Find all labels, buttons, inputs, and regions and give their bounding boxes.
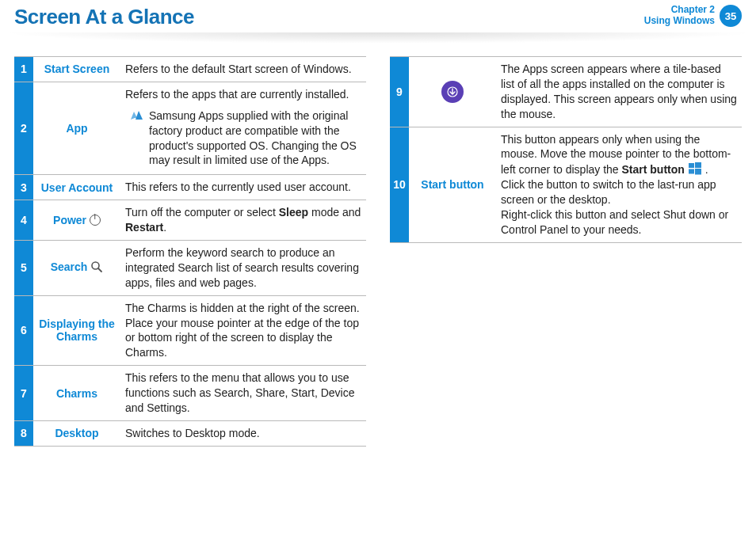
row-description: This button appears only when using the … <box>496 127 742 242</box>
table-row: 2AppRefers to the apps that are currentl… <box>14 82 366 174</box>
row-number: 8 <box>14 420 33 446</box>
row-description: The Apps screen appears where a tile-bas… <box>496 57 742 127</box>
table-row: 8DesktopSwitches to Desktop mode. <box>14 420 366 446</box>
chapter-block: Chapter 2 Using Windows 35 <box>644 5 742 27</box>
row-label: User Account <box>33 175 120 200</box>
row-label: Power <box>33 200 120 241</box>
row-label: Displaying the Charms <box>33 295 120 366</box>
row-number: 10 <box>390 127 409 242</box>
row-label: Start Screen <box>33 57 120 82</box>
table-row: 9The Apps screen appears where a tile-ba… <box>390 57 742 127</box>
right-column: 9The Apps screen appears where a tile-ba… <box>390 56 742 447</box>
row-label: App <box>33 82 120 174</box>
note-text: Samsung Apps supplied with the original … <box>149 108 361 169</box>
row-description: Turn off the computer or select Sleep mo… <box>120 200 366 241</box>
table-row: 5Search Perform the keyword search to pr… <box>14 241 366 296</box>
svg-rect-3 <box>689 163 694 168</box>
table-row: 6Displaying the CharmsThe Charms is hidd… <box>14 295 366 366</box>
row-label: Search <box>33 241 120 296</box>
row-description: Refers to the apps that are currently in… <box>120 82 366 174</box>
row-label <box>409 57 496 127</box>
row-number: 7 <box>14 366 33 421</box>
row-number: 4 <box>14 200 33 241</box>
content-area: 1Start ScreenRefers to the default Start… <box>0 36 756 447</box>
row-label: Charms <box>33 366 120 421</box>
page-header: Screen At a Glance Chapter 2 Using Windo… <box>0 0 756 36</box>
header-shadow <box>0 32 756 44</box>
table-row: 7CharmsThis refers to the menu that allo… <box>14 366 366 421</box>
page-number-badge: 35 <box>720 5 742 27</box>
svg-rect-4 <box>695 162 701 168</box>
row-number: 2 <box>14 82 33 174</box>
row-label: Start button <box>409 127 496 242</box>
svg-line-1 <box>98 268 101 272</box>
chapter-line-2: Using Windows <box>644 16 715 27</box>
row-number: 3 <box>14 175 33 200</box>
row-number: 5 <box>14 241 33 296</box>
table-row: 4Power Turn off the computer or select S… <box>14 200 366 241</box>
row-description: Perform the keyword search to produce an… <box>120 241 366 296</box>
svg-rect-5 <box>689 169 694 174</box>
power-icon <box>90 215 101 226</box>
chapter-line-1: Chapter 2 <box>644 5 715 16</box>
row-description: This refers to the menu that allows you … <box>120 366 366 421</box>
svg-rect-6 <box>695 169 701 175</box>
left-column: 1Start ScreenRefers to the default Start… <box>14 56 366 447</box>
row-description: Switches to Desktop mode. <box>120 420 366 446</box>
row-number: 1 <box>14 57 33 82</box>
table-row: 1Start ScreenRefers to the default Start… <box>14 57 366 82</box>
page-title: Screen At a Glance <box>14 5 194 29</box>
search-icon <box>90 260 103 276</box>
row-description: This refers to the currently used user a… <box>120 175 366 200</box>
right-table: 9The Apps screen appears where a tile-ba… <box>390 56 742 243</box>
row-number: 9 <box>390 57 409 127</box>
down-arrow-icon <box>441 81 464 103</box>
row-description: Refers to the default Start screen of Wi… <box>120 57 366 82</box>
left-table: 1Start ScreenRefers to the default Start… <box>14 56 366 447</box>
note-icon <box>130 108 144 169</box>
table-row: 10Start buttonThis button appears only w… <box>390 127 742 242</box>
row-description: The Charms is hidden at the right of the… <box>120 295 366 366</box>
note-block: Samsung Apps supplied with the original … <box>130 108 361 169</box>
row-label: Desktop <box>33 420 120 446</box>
chapter-text: Chapter 2 Using Windows <box>644 5 715 27</box>
windows-icon <box>688 162 702 176</box>
table-row: 3User AccountThis refers to the currentl… <box>14 175 366 200</box>
row-number: 6 <box>14 295 33 366</box>
